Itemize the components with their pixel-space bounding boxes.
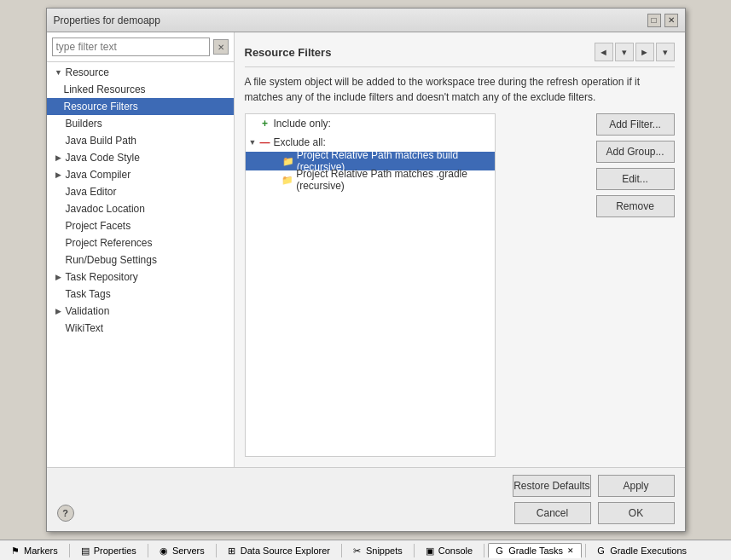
- taskbar-label: Data Source Explorer: [241, 546, 330, 556]
- footer-row1: Restore Defaults Apply: [57, 475, 675, 497]
- tree-arrow: ▶: [54, 170, 64, 180]
- sidebar-item-task-repository[interactable]: ▶Task Repository: [47, 268, 234, 286]
- tree-item-label: Java Build Path: [66, 135, 136, 147]
- minus-icon: —: [259, 136, 271, 148]
- taskbar-item-markers[interactable]: ⚑Markers: [3, 543, 66, 558]
- taskbar-label: Gradle Executions: [610, 546, 687, 556]
- sidebar-item-java-code-style[interactable]: ▶Java Code Style: [47, 149, 234, 166]
- sidebar-item-resource-filters[interactable]: Resource Filters: [47, 98, 234, 115]
- add-filter-button[interactable]: Add Filter...: [596, 113, 675, 136]
- taskbar-sep: [148, 544, 148, 557]
- sidebar-item-resource[interactable]: ▼Resource: [47, 64, 234, 81]
- ok-cancel-group: Cancel OK: [514, 502, 675, 524]
- tree-spacer: [54, 289, 64, 299]
- sidebar: ✕ ▼ResourceLinked ResourcesResource Filt…: [47, 32, 235, 467]
- tree-arrow: ▶: [54, 272, 64, 282]
- taskbar-label: Console: [438, 546, 473, 556]
- tree-item-label: Java Code Style: [66, 152, 140, 164]
- sidebar-item-task-tags[interactable]: Task Tags: [47, 286, 234, 303]
- tree-item-label: Project References: [66, 237, 153, 249]
- content-toolbar: ◄ ▾ ► ▾: [595, 43, 675, 61]
- tree-item-label: Java Compiler: [66, 169, 131, 181]
- back-dropdown[interactable]: ▾: [615, 43, 634, 61]
- description-text: A file system object will be added to th…: [245, 74, 675, 105]
- gradle-executions-icon: G: [597, 546, 607, 556]
- servers-icon: ◉: [160, 546, 170, 556]
- edit-button[interactable]: Edit...: [596, 168, 675, 190]
- taskbar-item-properties[interactable]: ▤Properties: [73, 543, 144, 558]
- filter-caret: ▼: [249, 138, 259, 147]
- forward-dropdown[interactable]: ▾: [656, 43, 675, 61]
- sidebar-item-project-references[interactable]: Project References: [47, 234, 234, 251]
- taskbar-item-gradle-executions[interactable]: GGradle Executions: [589, 543, 694, 558]
- tree-item-label: Javadoc Location: [66, 203, 145, 215]
- filter-row-include-only[interactable]: +Include only:: [246, 114, 495, 133]
- tree-item-label: Resource Filters: [64, 101, 138, 113]
- sidebar-item-builders[interactable]: Builders: [47, 115, 234, 132]
- restore-defaults-button[interactable]: Restore Defaults: [513, 475, 590, 497]
- taskbar-label: Markers: [24, 546, 58, 556]
- apply-button[interactable]: Apply: [598, 475, 675, 497]
- add-group-button[interactable]: Add Group...: [596, 141, 675, 163]
- tree-item-label: Resource: [66, 66, 109, 78]
- tree-arrow: ▼: [54, 67, 64, 78]
- taskbar-item-data-source-explorer[interactable]: ⊞Data Source Explorer: [220, 543, 338, 558]
- sidebar-item-run-debug-settings[interactable]: Run/Debug Settings: [47, 251, 234, 268]
- filter-label: Exclude all:: [274, 136, 326, 148]
- sidebar-item-linked-resources[interactable]: Linked Resources: [47, 81, 234, 98]
- taskbar-item-snippets[interactable]: ✂Snippets: [345, 543, 410, 558]
- taskbar: ⚑Markers▤Properties◉Servers⊞Data Source …: [0, 540, 731, 560]
- sidebar-item-project-facets[interactable]: Project Facets: [47, 217, 234, 234]
- tree-item-label: Task Repository: [66, 271, 138, 283]
- tree-spacer: [54, 221, 64, 231]
- taskbar-close[interactable]: ✕: [567, 546, 574, 555]
- tree-item-label: Validation: [66, 305, 110, 317]
- filter-row-filter2[interactable]: 📁Project Relative Path matches .gradle (…: [246, 170, 495, 189]
- tree-item-label: Run/Debug Settings: [66, 254, 157, 266]
- sidebar-item-validation[interactable]: ▶Validation: [47, 303, 234, 320]
- tree-item-label: Java Editor: [66, 186, 117, 198]
- footer-row2: ? Cancel OK: [57, 502, 675, 524]
- content-title: Resource Filters: [245, 46, 332, 59]
- close-button[interactable]: ✕: [664, 14, 678, 27]
- taskbar-item-gradle-tasks[interactable]: GGradle Tasks ✕: [488, 543, 582, 558]
- data-source-explorer-icon: ⊞: [228, 546, 238, 556]
- tree: ▼ResourceLinked ResourcesResource Filter…: [47, 62, 234, 467]
- forward-button[interactable]: ►: [635, 43, 654, 61]
- back-button[interactable]: ◄: [595, 43, 613, 61]
- dialog-body: ✕ ▼ResourceLinked ResourcesResource Filt…: [47, 32, 685, 467]
- tree-item-label: Builders: [66, 118, 102, 130]
- taskbar-item-console[interactable]: ▣Console: [418, 543, 480, 558]
- filter-input[interactable]: [52, 38, 210, 56]
- folder-icon: 📁: [281, 174, 293, 186]
- plus-icon: +: [259, 118, 271, 130]
- help-button[interactable]: ?: [57, 505, 74, 522]
- taskbar-label: Gradle Tasks: [508, 546, 563, 556]
- taskbar-label: Snippets: [366, 546, 403, 556]
- filter-buttons: Add Filter...Add Group...Edit...Remove: [589, 113, 675, 457]
- sidebar-item-wikitext[interactable]: WikiText: [47, 320, 234, 337]
- sidebar-item-java-compiler[interactable]: ▶Java Compiler: [47, 166, 234, 183]
- dialog-controls: □ ✕: [647, 14, 678, 27]
- cancel-button[interactable]: Cancel: [514, 502, 591, 524]
- remove-button[interactable]: Remove: [596, 195, 675, 217]
- taskbar-label: Properties: [94, 546, 136, 556]
- gradle-tasks-icon: G: [496, 546, 506, 556]
- tree-spacer: [54, 238, 64, 248]
- properties-icon: ▤: [81, 546, 91, 556]
- folder-icon: 📁: [282, 155, 294, 167]
- dialog-footer: Restore Defaults Apply ? Cancel OK: [47, 467, 685, 531]
- filter-clear-button[interactable]: ✕: [213, 39, 229, 55]
- maximize-button[interactable]: □: [647, 14, 661, 27]
- tree-item-label: Project Facets: [66, 220, 131, 232]
- dialog-titlebar: Properties for demoapp □ ✕: [47, 9, 685, 32]
- ok-button[interactable]: OK: [598, 502, 675, 524]
- sidebar-item-javadoc-location[interactable]: Javadoc Location: [47, 200, 234, 217]
- sidebar-item-java-editor[interactable]: Java Editor: [47, 183, 234, 200]
- sidebar-item-java-build-path[interactable]: Java Build Path: [47, 132, 234, 149]
- taskbar-item-servers[interactable]: ◉Servers: [152, 543, 212, 558]
- properties-dialog: Properties for demoapp □ ✕ ✕ ▼ResourceLi…: [46, 8, 686, 532]
- dialog-title: Properties for demoapp: [54, 14, 160, 26]
- taskbar-label: Servers: [172, 546, 205, 556]
- content-with-buttons: +Include only:▼—Exclude all: 📁Project Re…: [245, 113, 675, 457]
